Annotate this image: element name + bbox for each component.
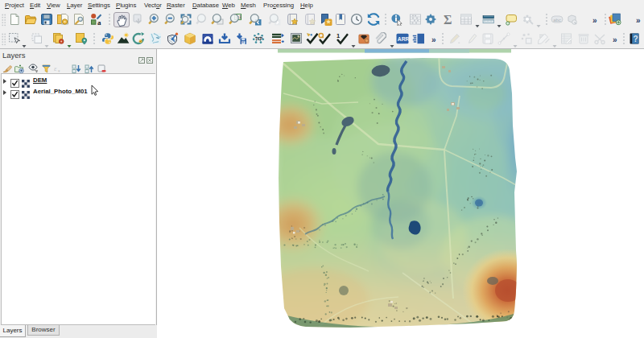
svg-text:abc: abc — [553, 18, 561, 23]
svg-text:Σ: Σ — [444, 13, 452, 26]
svg-text:ARR: ARR — [398, 36, 409, 42]
svg-text:M: M — [242, 41, 244, 44]
svg-text:1: 1 — [336, 32, 340, 39]
svg-text:?: ? — [634, 35, 638, 43]
svg-text:TCP: TCP — [255, 37, 262, 41]
svg-text:ε: ε — [54, 64, 57, 72]
svg-text:a: a — [97, 19, 101, 27]
